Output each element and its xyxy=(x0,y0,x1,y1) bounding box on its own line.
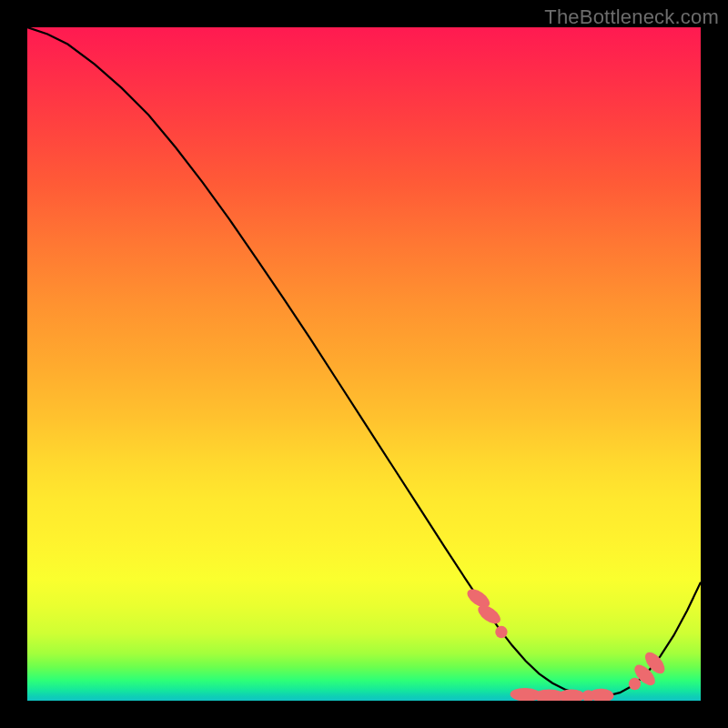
marker-lozenge xyxy=(558,689,585,701)
chart-overlay xyxy=(27,27,701,701)
chart-frame: TheBottleneck.com xyxy=(0,0,728,728)
chart-markers xyxy=(464,585,668,701)
chart-curve xyxy=(27,27,701,696)
marker-dot xyxy=(495,626,507,638)
watermark-text: TheBottleneck.com xyxy=(544,5,719,29)
marker-dot xyxy=(629,678,641,690)
plot-area xyxy=(27,27,701,701)
marker-lozenge xyxy=(590,688,614,701)
